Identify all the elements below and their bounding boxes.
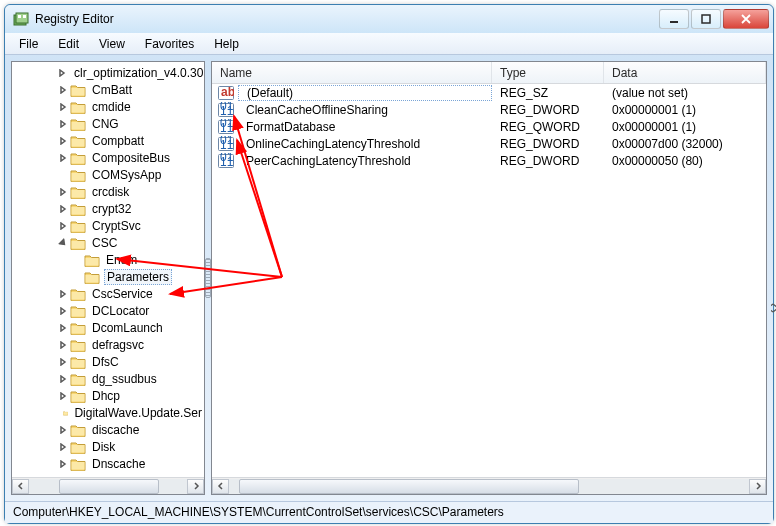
registry-editor-window: Registry Editor File Edit View Favorites… [4, 4, 774, 524]
tree-node[interactable]: COMSysApp [16, 166, 204, 183]
expand-icon[interactable] [58, 340, 68, 350]
expand-icon[interactable] [58, 323, 68, 333]
tree-node-label: DCLocator [90, 304, 151, 318]
tree-node[interactable]: Dhcp [16, 387, 204, 404]
expand-icon[interactable] [58, 187, 68, 197]
svg-text:ab: ab [221, 85, 234, 99]
menu-favorites[interactable]: Favorites [135, 34, 204, 54]
tree-node-label: Compbatt [90, 134, 146, 148]
tree-node[interactable]: dg_ssudbus [16, 370, 204, 387]
tree-node[interactable]: discache [16, 421, 204, 438]
tree-node[interactable]: crcdisk [16, 183, 204, 200]
collapse-icon[interactable] [58, 238, 68, 248]
tree-node-label: defragsvc [90, 338, 146, 352]
svg-rect-5 [18, 15, 21, 18]
expand-icon[interactable] [58, 68, 66, 78]
value-row[interactable]: 011110FormatDatabaseREG_QWORD0x00000001 … [212, 118, 766, 135]
expand-icon[interactable] [58, 153, 68, 163]
value-row[interactable]: ab(Default)REG_SZ(value not set) [212, 84, 766, 101]
value-row[interactable]: 011110OnlineCachingLatencyThresholdREG_D… [212, 135, 766, 152]
value-data: 0x00007d00 (32000) [604, 137, 766, 151]
tree-node[interactable]: cmdide [16, 98, 204, 115]
expand-icon[interactable] [58, 204, 68, 214]
folder-icon [70, 185, 86, 199]
expand-icon[interactable] [58, 459, 68, 469]
folder-icon [70, 338, 86, 352]
reg-binary-icon: 011110 [218, 136, 234, 152]
folder-icon [84, 270, 100, 284]
tree-node[interactable]: CNG [16, 115, 204, 132]
folder-icon [70, 321, 86, 335]
tree-node[interactable]: DfsC [16, 353, 204, 370]
expand-icon[interactable] [58, 136, 68, 146]
tree-node[interactable]: DCLocator [16, 302, 204, 319]
value-name: CleanCacheOfflineSharing [238, 103, 492, 117]
folder-icon [70, 355, 86, 369]
resize-handle-icon[interactable] [771, 300, 776, 316]
menu-view[interactable]: View [89, 34, 135, 54]
window-title: Registry Editor [35, 12, 659, 26]
tree-node-label: Parameters [104, 269, 172, 285]
tree-horizontal-scrollbar[interactable] [12, 477, 204, 494]
expand-icon[interactable] [58, 357, 68, 367]
tree-node[interactable]: CmBatt [16, 81, 204, 98]
tree-node[interactable]: defragsvc [16, 336, 204, 353]
tree-node-label: Dnscache [90, 457, 147, 471]
folder-icon [70, 168, 86, 182]
column-data[interactable]: Data [604, 62, 766, 83]
tree-node[interactable]: Compbatt [16, 132, 204, 149]
close-button[interactable] [723, 9, 769, 29]
list-body[interactable]: ab(Default)REG_SZ(value not set)011110Cl… [212, 84, 766, 477]
minimize-button[interactable] [659, 9, 689, 29]
value-type: REG_DWORD [492, 137, 604, 151]
tree-node[interactable]: clr_optimization_v4.0.30 [16, 64, 204, 81]
tree-node[interactable]: DigitalWave.Update.Ser [16, 404, 204, 421]
list-header: Name Type Data [212, 62, 766, 84]
tree-node[interactable]: DcomLaunch [16, 319, 204, 336]
value-row[interactable]: 011110PeerCachingLatencyThresholdREG_DWO… [212, 152, 766, 169]
status-path: Computer\HKEY_LOCAL_MACHINE\SYSTEM\Curre… [13, 505, 504, 519]
expand-icon[interactable] [58, 425, 68, 435]
statusbar: Computer\HKEY_LOCAL_MACHINE\SYSTEM\Curre… [5, 501, 773, 523]
tree-node[interactable]: CscService [16, 285, 204, 302]
expand-icon[interactable] [58, 102, 68, 112]
reg-binary-icon: 011110 [218, 153, 234, 169]
tree-node[interactable]: crypt32 [16, 200, 204, 217]
menu-file[interactable]: File [9, 34, 48, 54]
tree-node[interactable]: CSC [16, 234, 204, 251]
expand-icon[interactable] [58, 289, 68, 299]
maximize-button[interactable] [691, 9, 721, 29]
list-horizontal-scrollbar[interactable] [212, 477, 766, 494]
expand-icon[interactable] [58, 374, 68, 384]
scroll-right-icon[interactable] [749, 479, 766, 494]
scroll-right-icon[interactable] [187, 479, 204, 494]
scroll-thumb[interactable] [59, 479, 159, 494]
column-name[interactable]: Name [212, 62, 492, 83]
scroll-left-icon[interactable] [212, 479, 229, 494]
tree-node[interactable]: CryptSvc [16, 217, 204, 234]
menu-edit[interactable]: Edit [48, 34, 89, 54]
folder-icon [70, 100, 86, 114]
expand-icon[interactable] [58, 85, 68, 95]
tree-node[interactable]: Parameters [16, 268, 204, 285]
expand-icon[interactable] [58, 391, 68, 401]
scroll-left-icon[interactable] [12, 479, 29, 494]
value-name: (Default) [238, 85, 492, 101]
expand-icon[interactable] [58, 442, 68, 452]
tree-node[interactable]: Dnscache [16, 455, 204, 472]
folder-icon [70, 117, 86, 131]
folder-icon [70, 83, 86, 97]
menu-help[interactable]: Help [204, 34, 249, 54]
expand-icon[interactable] [58, 119, 68, 129]
tree-scroll[interactable]: clr_optimization_v4.0.30CmBattcmdideCNGC… [12, 62, 204, 477]
expand-icon[interactable] [58, 306, 68, 316]
tree-node[interactable]: Enum [16, 251, 204, 268]
expand-icon[interactable] [58, 221, 68, 231]
tree-node[interactable]: Disk [16, 438, 204, 455]
scroll-thumb[interactable] [239, 479, 579, 494]
tree-node[interactable]: CompositeBus [16, 149, 204, 166]
value-type: REG_QWORD [492, 120, 604, 134]
value-row[interactable]: 011110CleanCacheOfflineSharingREG_DWORD0… [212, 101, 766, 118]
column-type[interactable]: Type [492, 62, 604, 83]
titlebar[interactable]: Registry Editor [5, 5, 773, 33]
